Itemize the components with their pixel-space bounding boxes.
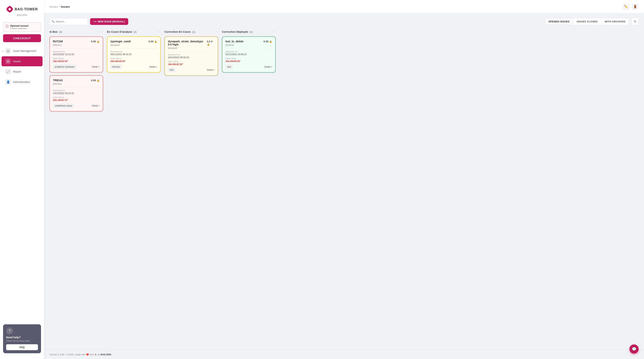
main-content: Issues / Issues ✏️ 🚪 🔍 ≡+ NEW ISSUE (MAN… [44, 0, 644, 359]
help-icon: ? [6, 327, 13, 334]
open-since-label-2-0: Open Since [168, 60, 215, 63]
kanban-col-0: In Box (2) ··· RUT240 0.00 🔒 teltonica A… [50, 30, 103, 114]
card-footer-2-0: test Detail > [168, 68, 215, 72]
sidebar-nav: ◎ Asset Management ⊞ Issues 📈 Report 👤 A… [0, 46, 44, 323]
sidebar-item-label-asset: Asset Management [13, 49, 36, 52]
open-since-value-0-0: 19d.03h52'28" [53, 60, 100, 63]
chat-bubble[interactable]: 💬 [630, 345, 639, 354]
alert-sub: 5 issues detected [10, 27, 29, 29]
card-footer-0-1: Undefined cause Detail > [53, 103, 100, 108]
col-header-1: En Cours D'analyse (1) ··· [107, 30, 160, 34]
card-title-0-0: RUT240 [53, 40, 63, 43]
col-menu-3[interactable]: ··· [272, 30, 276, 34]
card-divider-1-0 [110, 48, 157, 48]
open-since-value-1-0: 26d.06h48'29" [110, 60, 157, 63]
open-since-value-2-0: 18d.06h32'28" [168, 63, 215, 66]
appeared-label-2-0: Appeared on [168, 53, 215, 56]
card-divider-3-0 [226, 48, 272, 48]
issues-icon: ⊞ [5, 59, 11, 64]
card-title-2-0: dynapark_strato_demotypo 0.0 logie [168, 40, 207, 46]
card-detail-link-0-0[interactable]: Detail > [92, 65, 100, 68]
card-title-3-0: test_to_delete [226, 40, 244, 43]
checkout-button[interactable]: CHECKOUT [3, 34, 41, 42]
col-menu-0[interactable]: ··· [99, 30, 103, 34]
card-tag-3-0: test [226, 64, 233, 69]
sidebar-item-asset-management[interactable]: ◎ Asset Management [2, 46, 42, 56]
sidebar-item-administration[interactable]: 👤 Administration [2, 77, 42, 87]
topbar-actions: ✏️ 🚪 [622, 3, 639, 10]
footer-text: Version 1.3.66 - © 2023, made with ❤️ an… [50, 353, 111, 356]
breadcrumb-sep: / [59, 5, 60, 8]
alert-title: Opened issues! [10, 24, 29, 27]
asset-management-icon: ◎ [5, 48, 11, 54]
card-detail-link-0-1[interactable]: Detail > [92, 104, 100, 107]
appeared-date-1-0: 08/12/2022 09:16:15 [110, 53, 157, 56]
sidebar-item-label-report: Report [13, 70, 21, 73]
open-since-label-1-0: Open Since [110, 57, 157, 59]
page-footer: Version 1.3.66 - © 2023, made with ❤️ an… [44, 350, 644, 359]
faq-button[interactable]: FAQ [6, 344, 38, 350]
col-title-0: In Box (2) [50, 30, 62, 33]
card-header-0-0: RUT240 0.00 🔒 [53, 40, 100, 43]
tab-opened-issues[interactable]: OPENED ISSUES [545, 18, 573, 25]
logo-mark: BAG·TOWER [6, 6, 38, 13]
sidebar-item-report[interactable]: 📈 Report [2, 67, 42, 77]
tab-with-archived[interactable]: WITH ARCHIVED [601, 18, 629, 25]
search-wrap: 🔍 [50, 18, 88, 25]
card-score-0-1: 0.00 🔒 [91, 79, 100, 82]
logo-icon [6, 6, 13, 13]
card-owner-2-0: dynapark [168, 47, 215, 49]
new-issue-button[interactable]: ≡+ NEW ISSUE (MANUAL) [90, 18, 128, 25]
card-score-3-0: 0.00 🔒 [264, 40, 272, 43]
open-since-label-3-0: Open Since [226, 57, 272, 59]
card-owner-0-0: teltonica [53, 44, 100, 46]
logo-text: BAG·TOWER [15, 7, 38, 11]
refresh-button[interactable]: ↻ [631, 18, 639, 25]
card-header-0-1: TRB141 0.00 🔒 [53, 79, 100, 82]
footer-brand: BAG-ERA [100, 353, 111, 356]
search-icon: 🔍 [51, 20, 55, 23]
alert-icon: ⓘ [6, 24, 8, 28]
card-detail-link-1-0[interactable]: Detail > [149, 65, 157, 68]
open-since-label-0-0: Open Since [53, 57, 100, 59]
card-tag-0-0: problème hardware [53, 64, 76, 69]
sidebar: BAG·TOWER BAG-ERA ⓘ Opened issues! 5 iss… [0, 0, 44, 359]
help-sub: Check out our help center [6, 340, 38, 342]
sidebar-item-issues[interactable]: ⊞ Issues [2, 56, 42, 66]
card-footer-1-0: Normal Detail > [110, 64, 157, 69]
card-score-0-0: 0.00 🔒 [91, 40, 100, 43]
report-icon: 📈 [5, 69, 11, 74]
administration-icon: 👤 [5, 79, 11, 85]
issue-card-2-0: dynapark_strato_demotypo 0.0 logie 0.0 0… [164, 36, 218, 76]
tab-issues-closed[interactable]: ISSUES CLOSED [573, 18, 601, 25]
logout-button[interactable]: 🚪 [632, 3, 639, 10]
breadcrumb-parent[interactable]: Issues [50, 5, 58, 8]
sidebar-item-label-admin: Administration [13, 80, 30, 83]
card-header-1-0: typologie_cam0 0.00 🔒 [110, 40, 157, 43]
col-menu-1[interactable]: ··· [156, 30, 160, 34]
kanban-col-1: En Cours D'analyse (1) ··· typologie_cam… [107, 30, 160, 75]
card-title-1-0: typologie_cam0 [110, 40, 131, 43]
card-detail-link-2-0[interactable]: Detail > [207, 69, 215, 71]
card-divider-0-0 [53, 48, 100, 48]
col-title-1: En Cours D'analyse (1) [107, 30, 137, 33]
card-title-0-1: TRB141 [53, 79, 63, 82]
open-since-value-3-0: 32d.00h09'29" [226, 60, 272, 63]
topbar: Issues / Issues ✏️ 🚪 [44, 0, 644, 13]
col-header-0: In Box (2) ··· [50, 30, 103, 34]
col-count-3: (1) [250, 30, 253, 33]
col-menu-2[interactable]: ··· [214, 30, 218, 34]
appeared-label-0-1: Appeared on [53, 89, 100, 92]
card-tag-0-1: Undefined cause [53, 103, 74, 108]
user-action-button[interactable]: ✏️ [622, 3, 630, 10]
issue-card-3-0: test_to_delete 0.00 🔒 jonathan Appeared … [222, 36, 276, 73]
card-score-2-0: 0.0 0 🔒 [207, 40, 215, 46]
kanban-col-3: Correction Déployée (1) ··· test_to_dele… [222, 30, 276, 75]
card-detail-link-3-0[interactable]: Detail > [264, 65, 272, 68]
breadcrumb: Issues / Issues [50, 5, 70, 8]
card-header-3-0: test_to_delete 0.00 🔒 [226, 40, 272, 43]
appeared-date-0-1: 13/12/2022 20:13:31 [53, 92, 100, 95]
card-owner-0-1: teltonika [53, 82, 100, 85]
logo-area: BAG·TOWER BAG-ERA [0, 4, 44, 20]
search-input[interactable] [50, 18, 88, 25]
